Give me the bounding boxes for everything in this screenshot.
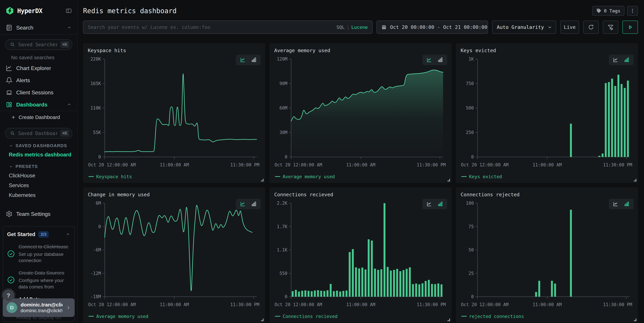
panel-resize-handle[interactable] xyxy=(261,319,264,321)
saved-dashboard-item[interactable]: Redis metrics dashboard xyxy=(0,150,77,159)
legend-label: Keyspace hits xyxy=(96,174,132,179)
lucene-mode-toggle[interactable]: Lucene xyxy=(351,25,368,30)
help-button[interactable]: ? xyxy=(3,290,14,301)
granularity-select[interactable]: Auto Granularity xyxy=(492,20,556,34)
refresh-icon xyxy=(588,24,594,30)
svg-text:250: 250 xyxy=(466,130,474,135)
section-title: PRESETS xyxy=(16,164,38,169)
magnifier-icon xyxy=(10,131,15,136)
sidebar-item-client-sessions[interactable]: Client Sessions xyxy=(0,86,77,99)
svg-text:1.7K: 1.7K xyxy=(277,224,288,229)
toolbar: Search your events w/ Lucene ex. column:… xyxy=(83,20,638,34)
line-chart-toggle-icon[interactable] xyxy=(240,201,246,207)
live-button[interactable]: Live xyxy=(560,20,579,34)
preset-item-kubernetes[interactable]: Kubernetes xyxy=(0,190,77,200)
panel-resize-handle[interactable] xyxy=(448,179,450,181)
chart-plot-area[interactable]: 1007550250Oct 20 12:00:00 AM11:00:00 AM1… xyxy=(461,200,633,312)
get-started-header[interactable]: Get Started 2/3 xyxy=(7,231,70,238)
tags-button[interactable]: 0 Tags xyxy=(592,6,624,16)
panel-resize-handle[interactable] xyxy=(261,179,264,181)
bar-chart-toggle-icon[interactable] xyxy=(624,57,630,63)
get-started-step-connect[interactable]: Connect to ClickHouse Set up your databa… xyxy=(7,244,70,264)
sql-mode-toggle[interactable]: SQL xyxy=(336,25,345,30)
line-chart-toggle-icon[interactable] xyxy=(612,57,619,63)
chart-legend[interactable]: Connections recieved xyxy=(274,312,447,320)
hyperdx-logo-icon xyxy=(6,6,14,15)
bar-chart-toggle-icon[interactable] xyxy=(437,201,444,207)
panel-title: Keyspace hits xyxy=(88,48,260,55)
chart-plot-area[interactable]: 6M0-6M-12M-18MOct 20 12:00:00 AM11:00:00… xyxy=(88,200,260,312)
svg-text:11:30:00 PM: 11:30:00 PM xyxy=(417,162,446,167)
event-search-input[interactable]: Search your events w/ Lucene ex. column:… xyxy=(83,20,372,34)
legend-dash xyxy=(275,176,280,177)
search-placeholder: Search your events w/ Lucene ex. column:… xyxy=(88,24,334,30)
bar-chart-toggle-icon[interactable] xyxy=(624,201,630,207)
chart-plot-area[interactable]: 120M90M60M30M0Oct 20 12:00:00 AM11:00:00… xyxy=(274,56,447,172)
chart-legend[interactable]: Keys evicted xyxy=(461,172,633,181)
main-content: Redis metrics dashboard 0 Tags Search yo… xyxy=(78,0,644,323)
dashboard-grid: Keyspace hits 220K165K110K55K0Oct 20 12:… xyxy=(83,43,638,323)
chevron-down-icon xyxy=(547,25,552,30)
bar-chart-toggle-icon[interactable] xyxy=(250,201,257,207)
presets-section-header[interactable]: PRESETS xyxy=(0,159,77,171)
sidebar-item-alerts[interactable]: Alerts xyxy=(0,74,77,86)
line-chart-toggle-icon[interactable] xyxy=(612,201,619,207)
user-menu[interactable]: D dominic.tran@clic... dominic.tran@clic… xyxy=(3,298,75,317)
legend-label: Keys evicted xyxy=(469,174,502,179)
chart-type-toggle xyxy=(609,55,634,65)
saved-dashboards-section-header[interactable]: SAVED DASHBOARDS xyxy=(0,139,77,150)
legend-dash xyxy=(461,316,467,317)
saved-searches-input[interactable]: Saved Searches ⌘K xyxy=(5,39,72,50)
legend-label: Average memory used xyxy=(283,174,335,179)
svg-text:1K: 1K xyxy=(468,56,474,62)
svg-text:-18M: -18M xyxy=(90,294,101,299)
sidebar: HyperDX Search Saved Searches ⌘K No save… xyxy=(0,0,78,323)
create-dashboard-label: Create Dashboard xyxy=(18,114,60,120)
date-range-picker[interactable]: Oct 20 00:00:00 - Oct 21 00:00:00 xyxy=(376,20,488,34)
chart-legend[interactable]: Keyspace hits xyxy=(88,172,260,181)
preset-item-services[interactable]: Services xyxy=(0,181,77,190)
line-chart-toggle-icon[interactable] xyxy=(426,201,432,207)
sidebar-item-dashboards[interactable]: Dashboards xyxy=(0,99,77,111)
panel-resize-handle[interactable] xyxy=(448,319,450,321)
run-query-button[interactable] xyxy=(622,20,638,34)
line-chart-toggle-icon[interactable] xyxy=(240,57,246,63)
step-desc: Set up your database connection xyxy=(18,251,70,264)
panel-title: Change in memory used xyxy=(88,192,260,199)
chart-legend[interactable]: Average memory used xyxy=(274,172,447,181)
panel-resize-handle[interactable] xyxy=(634,179,636,181)
progress-badge: 2/3 xyxy=(38,231,49,238)
svg-text:30M: 30M xyxy=(280,130,288,135)
tags-label: 0 Tags xyxy=(604,8,620,13)
bar-chart-toggle-icon[interactable] xyxy=(437,57,444,63)
more-options-button[interactable] xyxy=(627,6,638,16)
chart-plot-area[interactable]: 220K165K110K55K0Oct 20 12:00:00 AM11:00:… xyxy=(88,56,260,172)
line-chart-toggle-icon[interactable] xyxy=(426,57,432,63)
saved-dashboards-placeholder: Saved Dashboards xyxy=(18,131,57,136)
panel-resize-handle[interactable] xyxy=(634,319,636,321)
sidebar-item-search[interactable]: Search xyxy=(0,21,77,34)
preset-item-clickhouse[interactable]: ClickHouse xyxy=(0,171,77,181)
sidebar-item-label: Search xyxy=(16,25,33,31)
create-dashboard-button[interactable]: Create Dashboard xyxy=(0,111,77,124)
get-started-step-sources[interactable]: Create Data Sources Configure where your… xyxy=(7,270,70,290)
saved-dashboards-input[interactable]: Saved Dashboards ⌘K xyxy=(5,128,72,139)
svg-text:11:30:00 PM: 11:30:00 PM xyxy=(230,162,259,167)
chart-legend[interactable]: rejected connections xyxy=(461,312,633,320)
chart-panel-connections-rejected: Connections rejected 1007550250Oct 20 12… xyxy=(456,187,638,323)
sidebar-item-label: Alerts xyxy=(16,77,30,83)
chart-plot-area[interactable]: 2.2K1.7K1.1K5500Oct 20 12:00:00 AM11:00:… xyxy=(274,200,447,312)
svg-text:11:30:00 PM: 11:30:00 PM xyxy=(230,302,259,307)
chart-type-toggle xyxy=(422,199,447,209)
chart-panel-keyspace-hits: Keyspace hits 220K165K110K55K0Oct 20 12:… xyxy=(83,43,265,183)
chart-plot-area[interactable]: 1K7505002500Oct 20 12:00:00 AM11:00:00 A… xyxy=(461,56,633,172)
bar-chart-toggle-icon[interactable] xyxy=(250,57,257,63)
filter-button[interactable] xyxy=(603,20,618,34)
refresh-button[interactable] xyxy=(583,20,599,34)
sidebar-item-chart-explorer[interactable]: Chart Explorer xyxy=(0,62,77,74)
team-settings-button[interactable]: Team Settings xyxy=(0,207,77,221)
chart-legend[interactable]: Average memory used xyxy=(88,312,260,320)
legend-dash xyxy=(88,316,94,317)
laptop-icon xyxy=(6,89,12,96)
sidebar-collapse-icon[interactable] xyxy=(65,7,72,14)
